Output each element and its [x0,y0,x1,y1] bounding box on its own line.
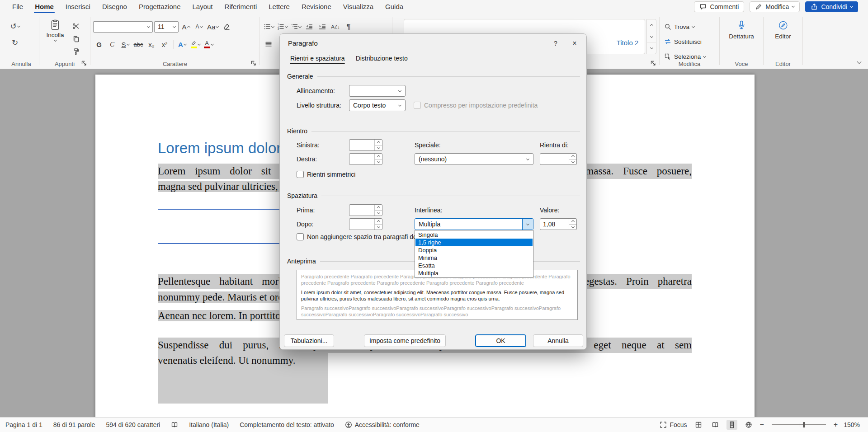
option-singola[interactable]: Singola [415,231,533,239]
char-count[interactable]: 594 di 620 caratteri [106,421,160,428]
tab-revisione[interactable]: Revisione [296,0,337,13]
tab-inserisci[interactable]: Inserisci [60,0,96,13]
tab-progettazione[interactable]: Progettazione [133,0,187,13]
italic-button[interactable]: C [106,38,118,50]
tab-riferimenti[interactable]: Riferimenti [219,0,263,13]
superscript-button[interactable]: x² [159,38,170,50]
indent-left-spinner[interactable] [349,139,382,151]
chevron-down-icon[interactable] [170,26,178,28]
zoom-slider[interactable] [772,424,826,425]
spinner-down-icon[interactable] [375,225,382,230]
format-painter-button[interactable] [69,46,83,57]
gallery-more-button[interactable] [647,42,656,54]
editing-mode-button[interactable]: Modifica [750,1,800,12]
chevron-down-icon[interactable] [522,219,533,230]
increase-indent-button[interactable] [316,21,328,33]
gallery-scroll-down-button[interactable] [647,31,656,43]
word-count[interactable]: 86 di 91 parole [53,421,95,428]
highlight-color-button[interactable] [189,38,201,50]
dialog-close-button[interactable]: × [568,38,581,49]
shrink-font-button[interactable]: A [193,21,205,33]
zoom-slider-thumb[interactable] [803,422,805,427]
redo-button[interactable]: ↻ [9,37,21,48]
paste-button[interactable]: Incolla [43,19,67,59]
spinner-down-icon[interactable] [375,211,382,216]
tab-disegno[interactable]: Disegno [96,0,133,13]
tab-home[interactable]: Home [29,0,60,13]
style-item-titolo-2[interactable]: Titolo 2 [603,19,652,54]
spinner-up-icon[interactable] [375,205,382,211]
font-dialog-launcher-icon[interactable] [250,60,257,67]
option-1-5-righe[interactable]: 1,5 righe [415,239,533,246]
alignment-select[interactable] [349,85,406,97]
clear-formatting-button[interactable] [221,21,232,33]
chevron-down-icon[interactable] [144,26,152,28]
tab-rientri-e-spaziatura[interactable]: Rientri e spaziatura [286,52,349,65]
styles-dialog-launcher-icon[interactable] [650,60,657,67]
clipboard-dialog-launcher-icon[interactable] [80,60,88,67]
editor-button[interactable]: Editor [775,20,791,40]
line-spacing-select[interactable]: Multipla [415,218,533,230]
zoom-level[interactable]: 150% [844,421,860,428]
accessibility-status[interactable]: Accessibilità: conforme [345,421,420,428]
chevron-down-icon[interactable] [394,85,405,96]
zoom-out-button[interactable]: − [760,421,764,429]
zoom-in-button[interactable]: + [834,421,838,429]
find-button[interactable]: Trova [664,21,694,32]
sort-button[interactable]: AZ↓ [330,21,341,33]
spinner-up-icon[interactable] [569,154,576,160]
outline-level-select[interactable]: Corpo testo [349,99,406,111]
checkbox-box[interactable] [297,233,304,240]
option-minima[interactable]: Minima [415,254,533,262]
page-count[interactable]: Pagina 1 di 1 [5,421,42,428]
change-case-button[interactable]: Aa [206,21,219,33]
decrease-indent-button[interactable] [303,21,315,33]
mirror-indents-checkbox[interactable]: Rientri simmetrici [297,171,355,178]
show-formatting-marks-button[interactable]: ¶ [343,21,354,33]
option-multipla[interactable]: Multipla [415,269,533,277]
replace-button[interactable]: Sostituisci [664,36,702,47]
align-justify-button[interactable] [263,38,274,50]
tab-layout[interactable]: Layout [187,0,219,13]
indent-by-spinner[interactable] [540,153,577,165]
proofing-status[interactable] [171,421,178,428]
strikethrough-button[interactable]: abc [132,38,144,50]
tab-lettere[interactable]: Lettere [263,0,296,13]
space-before-spinner[interactable] [349,204,382,216]
chevron-down-icon[interactable] [394,100,405,111]
tabs-button[interactable]: Tabulazioni... [284,334,334,347]
spinner-up-icon[interactable] [375,140,382,146]
dictate-button[interactable]: Dettatura [729,20,754,40]
chevron-down-icon[interactable] [522,154,533,164]
text-completion-indicator[interactable]: Completamento del testo: attivato [240,421,334,428]
focus-mode-button[interactable]: Focus [660,421,687,428]
font-size-combobox[interactable]: 11 [154,21,179,33]
spinner-up-icon[interactable] [569,219,576,225]
multilevel-list-button[interactable] [290,21,302,33]
text-effects-button[interactable]: A [176,38,188,50]
tab-visualizza[interactable]: Visualizza [337,0,379,13]
set-as-default-button[interactable]: Imposta come predefinito [364,334,446,347]
space-after-spinner[interactable] [349,218,382,230]
cancel-button[interactable]: Annulla [533,334,583,347]
undo-button[interactable]: ↺ [9,20,21,32]
font-name-combobox[interactable] [93,21,153,33]
tab-distribuzione-testo[interactable]: Distribuzione testo [352,52,412,65]
web-layout-button[interactable] [743,420,754,430]
grid-view-button[interactable] [693,420,704,430]
bullets-button[interactable] [263,21,275,33]
dialog-help-button[interactable]: ? [549,38,562,49]
numbering-button[interactable]: 123 [276,21,288,33]
read-mode-button[interactable] [710,420,721,430]
checkbox-box[interactable] [297,171,304,178]
subscript-button[interactable]: x₂ [146,38,157,50]
cut-button[interactable] [69,20,83,32]
spinner-down-icon[interactable] [375,160,382,165]
font-color-button[interactable]: A [203,38,214,50]
spinner-up-icon[interactable] [375,219,382,225]
special-select[interactable]: (nessuno) [415,153,533,165]
ok-button[interactable]: OK [475,334,526,347]
gallery-scroll-up-button[interactable] [647,19,656,31]
tab-guida[interactable]: Guida [379,0,409,13]
option-esatta[interactable]: Esatta [415,262,533,269]
